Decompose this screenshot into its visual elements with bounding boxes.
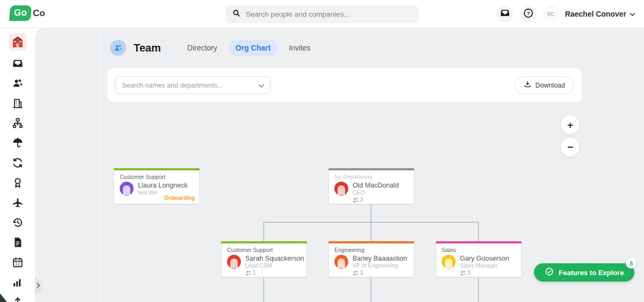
zoom-in-button[interactable]: + (561, 116, 580, 134)
features-to-explore-button[interactable]: Features to Explore 5 (534, 263, 634, 282)
collapsed-panel-divider (99, 28, 100, 302)
download-icon (524, 81, 531, 90)
download-label: Download (535, 82, 565, 89)
award-icon (12, 177, 24, 189)
employee-name: Sarah Squackerson (245, 255, 304, 262)
department-color-bar (221, 241, 307, 243)
direct-reports-count: 3 (353, 197, 399, 203)
goco-logo[interactable]: Go Co (10, 5, 45, 21)
chevron-right-icon (36, 281, 41, 291)
sync-icon (12, 157, 24, 169)
org-chart-icon (12, 117, 24, 129)
sidebar-item-team[interactable] (9, 76, 27, 90)
top-bar: Go Co (0, 0, 644, 28)
department-label: Customer Support (120, 174, 165, 180)
user-avatar[interactable]: RC (544, 6, 559, 21)
barn-home-icon (11, 35, 24, 48)
features-count-badge: 5 (626, 258, 636, 269)
direct-reports-count: 1 (245, 270, 304, 276)
employee-name: Old MacDonald (353, 182, 399, 189)
search-icon (232, 9, 241, 20)
tab-org-chart[interactable]: Org Chart (229, 40, 277, 56)
department-color-bar (328, 168, 414, 170)
llama-photo (120, 182, 134, 196)
goose-photo (442, 255, 456, 269)
sidebar-item-benefits[interactable] (9, 136, 27, 150)
chevron-down-icon (258, 81, 265, 90)
department-label: No Department (334, 174, 372, 180)
expand-sidebar-button[interactable] (35, 278, 43, 294)
help-button[interactable]: ? (520, 5, 537, 23)
sidebar-item-documents[interactable] (9, 235, 27, 249)
org-search-input[interactable] (122, 82, 258, 89)
tab-directory[interactable]: Directory (180, 40, 224, 56)
tab-invites[interactable]: Invites (282, 40, 317, 56)
sidebar-item-performance[interactable] (9, 176, 27, 190)
org-node-gary-gooserson[interactable]: Sales Gary Gooserson Sales Manager 3 (436, 241, 522, 277)
people-icon (353, 270, 358, 276)
global-search-input[interactable] (246, 10, 412, 18)
sidebar-item-sync[interactable] (9, 156, 27, 170)
benefits-umbrella-icon (12, 137, 24, 149)
chevron-down-icon (630, 10, 635, 18)
connector-line (478, 277, 479, 302)
mouse-cursor (0, 293, 7, 302)
farmer-photo (334, 182, 348, 196)
inbox-icon (12, 57, 24, 69)
sidebar-item-home[interactable] (9, 33, 27, 51)
global-search[interactable] (225, 5, 419, 23)
connector-line (371, 204, 371, 222)
team-icon (12, 77, 24, 89)
sidebar-item-reports[interactable] (9, 275, 27, 289)
main-content-panel: Team Directory Org Chart Invites (35, 28, 644, 302)
department-label: Engineering (334, 247, 364, 253)
question-mark-icon: ? (523, 8, 534, 21)
org-node-barley-baaaastion[interactable]: Engineering Barley Baaaastion VP of Engi… (328, 241, 414, 277)
travel-plane-icon (12, 197, 24, 208)
reports-bar-chart-icon (12, 276, 24, 288)
filter-bar: Download (107, 68, 582, 102)
user-menu[interactable]: Raechel Conover (565, 10, 635, 18)
people-icon (353, 197, 358, 203)
upload-icon (12, 296, 24, 302)
team-page-icon (110, 40, 126, 56)
svg-text:?: ? (527, 10, 530, 16)
page-header: Team Directory Org Chart Invites (110, 40, 318, 56)
logo-co-text: Co (33, 8, 45, 19)
org-node-llaura-longneck[interactable]: Customer Support Llaura Longneck test ti… (114, 168, 200, 204)
features-label: Features to Explore (559, 269, 624, 277)
logo-go-mark: Go (9, 5, 32, 21)
download-button[interactable]: Download (515, 76, 574, 94)
employee-title: Sales Manager (460, 262, 509, 269)
department-color-bar (328, 241, 414, 243)
sidebar-item-time-tracking[interactable] (9, 215, 27, 229)
notifications-inbox-button[interactable] (496, 5, 514, 23)
sidebar-item-inbox[interactable] (9, 56, 27, 70)
org-search-combobox[interactable] (115, 76, 270, 94)
goco-app: Go Co (0, 0, 644, 302)
connector-line (264, 222, 264, 241)
chicken-photo (227, 255, 241, 269)
connector-line (264, 277, 264, 302)
page-title: Team (134, 42, 161, 54)
sidebar-item-calendar[interactable] (9, 255, 27, 269)
employee-title: VP of Engineering (353, 262, 407, 269)
sidebar-item-time-off[interactable] (9, 196, 27, 210)
people-icon (460, 270, 466, 276)
department-label: Sales (442, 247, 456, 253)
connector-line (371, 222, 371, 241)
sidebar-item-org-chart[interactable] (9, 116, 27, 130)
documents-icon (12, 236, 24, 248)
org-node-old-macdonald[interactable]: No Department Old MacDonald CEO 3 (328, 168, 414, 204)
direct-reports-count: 3 (353, 270, 407, 276)
direct-reports-count: 3 (460, 270, 509, 276)
team-tabs: Directory Org Chart Invites (180, 40, 318, 56)
calendar-icon (12, 256, 24, 268)
department-label: Customer Support (227, 247, 273, 253)
sidebar-item-company[interactable] (9, 96, 27, 110)
org-node-sarah-squackerson[interactable]: Customer Support Sarah Squackerson Lead … (221, 241, 307, 277)
zoom-out-button[interactable]: − (561, 138, 580, 156)
people-icon (245, 270, 251, 276)
sidebar-item-import[interactable] (9, 295, 27, 302)
connector-line (478, 222, 479, 241)
